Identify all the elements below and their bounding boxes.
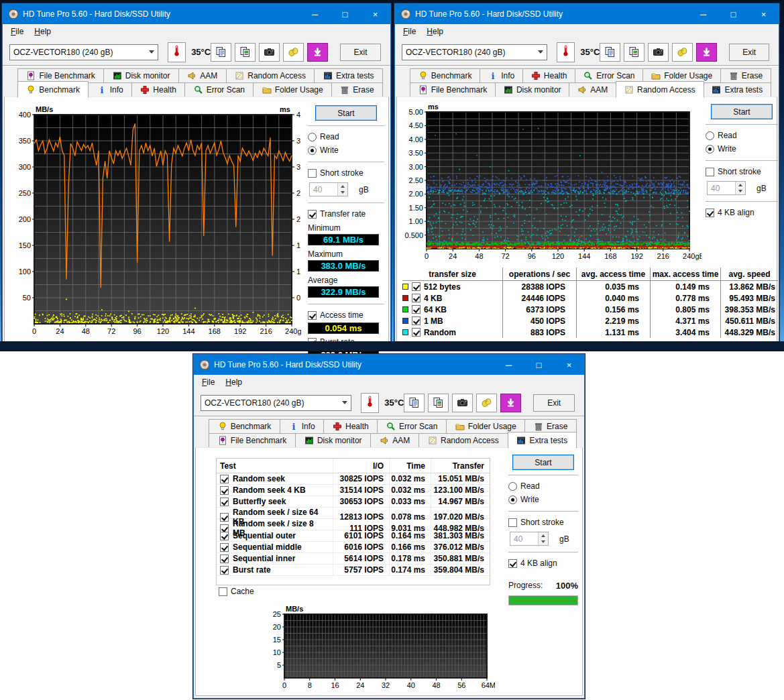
spinner-buttons[interactable] [337, 183, 347, 196]
download-arrow-button[interactable] [696, 43, 717, 62]
tab-disk-monitor[interactable]: Disk monitor [495, 82, 569, 97]
tab-info[interactable]: iInfo [280, 419, 324, 434]
copy-text-button[interactable] [211, 43, 231, 62]
series-checkbox[interactable] [412, 294, 421, 302]
menu-help[interactable]: Help [220, 376, 247, 388]
minimize-button[interactable]: ─ [300, 4, 330, 24]
tab-health[interactable]: Health [131, 82, 185, 97]
short-stroke-checkbox[interactable]: Short stroke [308, 167, 363, 179]
copy-text-button[interactable] [600, 43, 620, 62]
tab-aam[interactable]: AAM [178, 68, 227, 83]
tab-file-benchmark[interactable]: File Benchmark [410, 82, 496, 97]
short-stroke-checkbox[interactable]: Short stroke [508, 516, 564, 528]
start-button[interactable]: Start [711, 104, 773, 119]
tab-aam[interactable]: AAM [370, 433, 419, 448]
temperature-button[interactable] [557, 42, 575, 62]
write-radio[interactable]: Write [706, 143, 736, 155]
short-stroke-checkbox[interactable]: Short stroke [706, 166, 761, 178]
tab-extra-tests[interactable]: Extra tests [508, 432, 577, 449]
tab-random-access[interactable]: Random Access [226, 68, 315, 83]
series-checkbox[interactable] [412, 328, 421, 337]
maximize-button[interactable]: □ [330, 4, 360, 24]
tab-random-access[interactable]: Random Access [616, 81, 704, 98]
spin-up-icon[interactable] [338, 183, 347, 190]
minimize-button[interactable]: ─ [688, 4, 718, 24]
tab-disk-monitor[interactable]: Disk monitor [103, 68, 179, 83]
read-radio[interactable]: Read [308, 131, 339, 143]
hand-button[interactable] [672, 43, 693, 62]
transfer-rate-checkbox[interactable]: Transfer rate [308, 208, 366, 220]
menu-file[interactable]: File [197, 376, 220, 388]
series-checkbox[interactable] [412, 316, 421, 325]
test-checkbox[interactable] [220, 532, 229, 540]
hand-button[interactable] [476, 394, 497, 412]
copy-text-button[interactable] [404, 394, 425, 412]
stroke-size-input[interactable]: 40 [510, 532, 549, 546]
access-time-checkbox[interactable]: Access time [308, 309, 363, 321]
read-radio[interactable]: Read [508, 480, 540, 492]
screenshot-button[interactable] [452, 394, 473, 412]
series-checkbox[interactable] [412, 305, 421, 314]
spinner-buttons[interactable] [735, 182, 745, 194]
exit-button[interactable]: Exit [729, 44, 769, 61]
menu-file[interactable]: File [5, 25, 29, 38]
tab-aam[interactable]: AAM [569, 82, 616, 97]
tab-random-access[interactable]: Random Access [418, 433, 508, 448]
spin-down-icon[interactable] [338, 190, 347, 196]
tab-disk-monitor[interactable]: Disk monitor [295, 433, 371, 448]
menu-help[interactable]: Help [29, 25, 56, 38]
tab-benchmark[interactable]: Benchmark [410, 68, 480, 83]
tab-error-scan[interactable]: Error Scan [377, 419, 447, 434]
hand-button[interactable] [283, 43, 304, 62]
minimize-button[interactable]: ─ [494, 355, 524, 375]
spinner-buttons[interactable] [538, 532, 548, 545]
4kb-align-checkbox[interactable]: 4 KB align [508, 557, 557, 569]
series-checkbox[interactable] [412, 282, 421, 291]
tab-info[interactable]: iInfo [480, 68, 523, 83]
tab-benchmark[interactable]: Benchmark [209, 419, 280, 434]
maximize-button[interactable]: □ [718, 4, 748, 24]
test-checkbox[interactable] [220, 566, 229, 575]
tab-info[interactable]: iInfo [88, 82, 132, 97]
tab-folder-usage[interactable]: Folder Usage [253, 82, 332, 97]
exit-button[interactable]: Exit [533, 394, 575, 412]
tab-extra-tests[interactable]: Extra tests [314, 68, 383, 83]
stroke-size-input[interactable]: 40 [707, 181, 746, 195]
start-button[interactable]: Start [512, 455, 574, 470]
close-button[interactable]: × [748, 4, 779, 24]
maximize-button[interactable]: □ [524, 355, 554, 375]
write-radio[interactable]: Write [308, 144, 339, 156]
tab-erase[interactable]: Erase [720, 68, 771, 83]
cache-checkbox[interactable]: Cache [219, 587, 254, 596]
screenshot-button[interactable] [259, 43, 280, 62]
menu-file[interactable]: File [398, 25, 421, 38]
copy-image-button[interactable] [428, 394, 449, 412]
close-button[interactable]: × [554, 355, 584, 375]
download-arrow-button[interactable] [307, 43, 328, 62]
tab-health[interactable]: Health [323, 419, 378, 434]
download-arrow-button[interactable] [500, 394, 521, 412]
test-checkbox[interactable] [220, 498, 229, 506]
close-button[interactable]: × [360, 4, 390, 24]
spin-up-icon[interactable] [539, 532, 548, 539]
tab-extra-tests[interactable]: Extra tests [704, 82, 771, 97]
menu-help[interactable]: Help [421, 25, 449, 38]
test-checkbox[interactable] [220, 475, 229, 483]
test-checkbox[interactable] [220, 486, 229, 495]
tab-erase[interactable]: Erase [331, 82, 383, 97]
test-checkbox[interactable] [220, 555, 229, 563]
exit-button[interactable]: Exit [340, 44, 381, 61]
tab-benchmark[interactable]: Benchmark [17, 81, 89, 98]
test-checkbox[interactable] [220, 513, 229, 522]
temperature-button[interactable] [361, 393, 380, 413]
screenshot-button[interactable] [648, 43, 669, 62]
drive-select[interactable]: OCZ-VECTOR180 (240 gB) [201, 395, 351, 411]
spin-up-icon[interactable] [736, 182, 745, 188]
spin-down-icon[interactable] [736, 188, 745, 195]
tab-error-scan[interactable]: Error Scan [184, 82, 254, 97]
drive-select[interactable]: OCZ-VECTOR180 (240 gB) [402, 44, 547, 60]
read-radio[interactable]: Read [706, 129, 737, 141]
tab-file-benchmark[interactable]: File Benchmark [209, 433, 296, 448]
burst-rate-checkbox[interactable]: Burst rate [308, 336, 355, 348]
temperature-button[interactable] [168, 42, 186, 62]
